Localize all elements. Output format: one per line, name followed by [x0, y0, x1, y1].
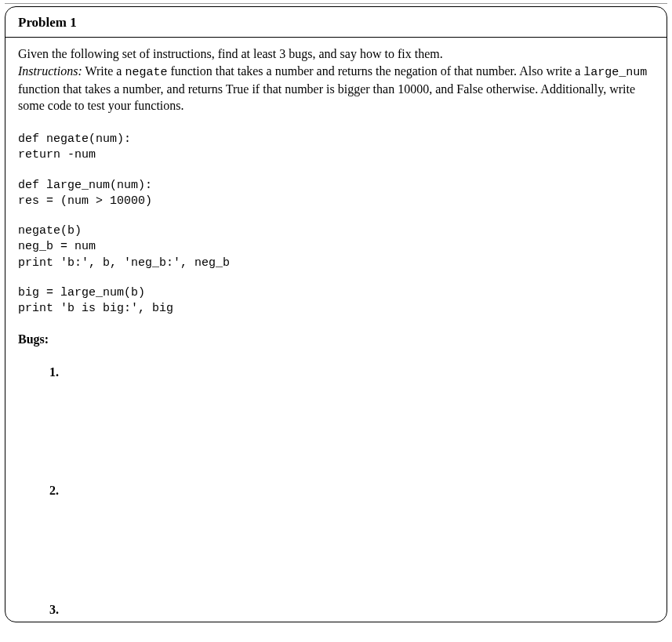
answer-item-1: 1. — [49, 364, 654, 381]
code-inline-negate: negate — [125, 66, 167, 79]
intro-text: Given the following set of instructions,… — [18, 47, 443, 60]
problem-body: Given the following set of instructions,… — [5, 38, 667, 618]
problem-instructions: Given the following set of instructions,… — [18, 45, 654, 114]
code-block-1: def negate(num): return -num — [18, 132, 654, 164]
bugs-heading: Bugs: — [18, 331, 654, 348]
instructions-mid2: function that takes a number, and return… — [18, 82, 635, 113]
code-inline-largenum: large_num — [583, 66, 647, 79]
code-block-4: big = large_num(b) print 'b is big:', bi… — [18, 285, 654, 317]
page: Problem 1 Given the following set of ins… — [0, 0, 672, 642]
problem-title: Problem 1 — [5, 7, 667, 38]
instructions-pre: Write a — [82, 64, 125, 78]
code-block-2: def large_num(num): res = (num > 10000) — [18, 178, 654, 210]
answer-list: 1. 2. 3. — [18, 364, 654, 618]
problem-box: Problem 1 Given the following set of ins… — [5, 6, 667, 622]
code-block-3: negate(b) neg_b = num print 'b:', b, 'ne… — [18, 223, 654, 271]
answer-item-2: 2. — [49, 482, 654, 499]
instructions-mid1: function that takes a number and returns… — [167, 64, 583, 78]
answer-item-3: 3. — [49, 601, 654, 618]
instructions-label: Instructions: — [18, 64, 82, 78]
